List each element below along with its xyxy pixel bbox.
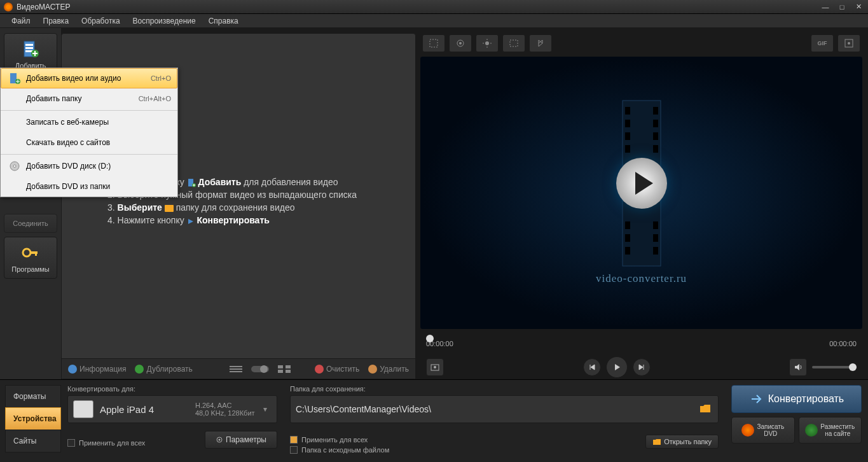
svg-rect-18 [278, 365, 283, 368]
dd-add-dvd-folder[interactable]: Добавить DVD из папки [1, 176, 177, 197]
programs-label: Программы [7, 265, 54, 273]
dd-record-webcam[interactable]: Записать с веб-камеры [1, 112, 177, 132]
watermark-text: video-converter.ru [596, 272, 687, 285]
svg-rect-38 [625, 107, 630, 115]
close-button[interactable]: ✕ [853, 3, 864, 11]
brightness-button[interactable] [476, 34, 499, 52]
checkbox-icon [67, 439, 75, 447]
grid-view-icon[interactable] [278, 365, 291, 373]
dd-add-video-audio[interactable]: Добавить видео или аудио Ctrl+O [1, 68, 177, 88]
ipad-icon [73, 400, 93, 418]
svg-rect-2 [25, 47, 33, 49]
device-selector[interactable]: Apple iPad 4 H.264, AAC 48,0 KHz, 128Кби… [67, 395, 277, 423]
crop-button[interactable] [422, 34, 445, 52]
menu-help[interactable]: Справка [202, 15, 245, 27]
device-name: Apple iPad 4 [100, 404, 195, 415]
gif-button[interactable]: GIF [811, 34, 834, 52]
seek-thumb[interactable] [426, 335, 434, 342]
svg-rect-46 [653, 120, 658, 127]
svg-point-8 [23, 249, 31, 256]
svg-rect-49 [653, 221, 658, 229]
svg-rect-21 [286, 370, 291, 373]
bottom-panel: Форматы Устройства Сайты Конвертировать … [0, 379, 868, 462]
publish-button[interactable]: Разместить на сайте [799, 417, 862, 444]
svg-rect-20 [278, 370, 283, 373]
clear-button[interactable]: Очистить [315, 365, 359, 374]
film-add-small-icon [7, 72, 22, 85]
svg-rect-34 [510, 40, 518, 46]
titlebar: ВидеоМАСТЕР — □ ✕ [0, 0, 868, 14]
tab-sites[interactable]: Сайты [5, 430, 61, 452]
delete-icon [368, 365, 377, 374]
app-icon [4, 3, 13, 11]
clear-icon [315, 365, 324, 374]
programs-button[interactable]: Программы [4, 237, 57, 279]
convert-for-label: Конвертировать для: [67, 385, 277, 393]
checkbox-checked-icon [290, 436, 298, 444]
svg-point-17 [260, 365, 268, 373]
svg-rect-19 [286, 365, 291, 368]
menu-process[interactable]: Обработка [75, 15, 127, 27]
source-folder-checkbox[interactable]: Папка с исходным файлом [290, 446, 389, 454]
svg-rect-15 [230, 371, 242, 372]
toggle-icon[interactable] [251, 365, 269, 374]
effects-button[interactable] [449, 34, 472, 52]
svg-rect-1 [25, 44, 33, 46]
volume-button[interactable] [789, 358, 807, 376]
svg-point-25 [13, 165, 16, 167]
path-input[interactable]: C:\Users\ContentManager\Videos\ [290, 395, 719, 423]
duplicate-icon [135, 365, 144, 374]
duplicate-button[interactable]: Дублировать [135, 365, 192, 374]
filmstrip-graphic [603, 101, 680, 266]
speed-button[interactable] [529, 34, 552, 52]
svg-rect-45 [653, 107, 658, 115]
step-3: 3. Выберите папку для сохранения видео [107, 202, 403, 213]
svg-rect-10 [35, 251, 37, 256]
save-folder-label: Папка для сохранения: [290, 385, 719, 393]
svg-point-28 [459, 42, 462, 45]
dd-download-sites[interactable]: Скачать видео с сайтов [1, 132, 177, 153]
volume-thumb[interactable] [849, 363, 857, 371]
join-button[interactable]: Соединить [4, 214, 57, 233]
next-button[interactable] [633, 358, 651, 376]
player-toolbar: GIF [420, 33, 863, 53]
fullscreen-button[interactable] [837, 34, 860, 52]
folder-open-icon [652, 438, 661, 445]
dd-add-folder[interactable]: Добавить папку Ctrl+Alt+O [1, 88, 177, 109]
prev-button[interactable] [583, 358, 601, 376]
menu-file[interactable]: Файл [5, 15, 37, 27]
delete-button[interactable]: Удалить [368, 365, 409, 374]
minimize-button[interactable]: — [820, 3, 831, 11]
codec-info: H.264, AAC 48,0 KHz, 128Кбит [195, 402, 259, 417]
list-view-icon[interactable] [230, 365, 242, 373]
checkbox-icon [290, 446, 298, 454]
params-button[interactable]: Параметры [205, 431, 277, 449]
info-button[interactable]: Информация [68, 365, 126, 374]
screenshot-button[interactable] [426, 358, 444, 376]
convert-arrow-icon [749, 392, 763, 406]
menu-playback[interactable]: Воспроизведение [127, 15, 202, 27]
svg-rect-50 [653, 234, 658, 242]
svg-rect-41 [625, 145, 630, 153]
tab-devices[interactable]: Устройства [5, 407, 61, 430]
browse-button[interactable] [699, 403, 713, 415]
play-button[interactable] [606, 356, 628, 378]
convert-button[interactable]: Конвертировать [731, 385, 862, 413]
play-big-icon [616, 158, 667, 209]
tab-formats[interactable]: Форматы [5, 385, 61, 408]
player-track: 00:00:00 00:00:00 [420, 330, 863, 355]
folder-mini-icon [165, 205, 174, 212]
gear-icon [216, 436, 223, 444]
volume-slider[interactable] [812, 366, 857, 368]
apply-all-2-checkbox[interactable]: Применить для всех [290, 436, 389, 444]
burn-dvd-button[interactable]: Записать DVD [731, 417, 795, 444]
player-screen[interactable]: video-converter.ru [420, 56, 863, 330]
open-folder-button[interactable]: Открыть папку [645, 435, 719, 449]
menu-edit[interactable]: Правка [37, 15, 76, 27]
path-text: C:\Users\ContentManager\Videos\ [296, 404, 699, 414]
dd-add-dvd-disk[interactable]: Добавить DVD диск (D:) [1, 156, 177, 176]
text-button[interactable] [502, 34, 525, 52]
apply-all-checkbox[interactable]: Применить для всех [67, 439, 145, 447]
chevron-down-icon[interactable]: ▾ [259, 405, 272, 414]
maximize-button[interactable]: □ [836, 3, 848, 11]
